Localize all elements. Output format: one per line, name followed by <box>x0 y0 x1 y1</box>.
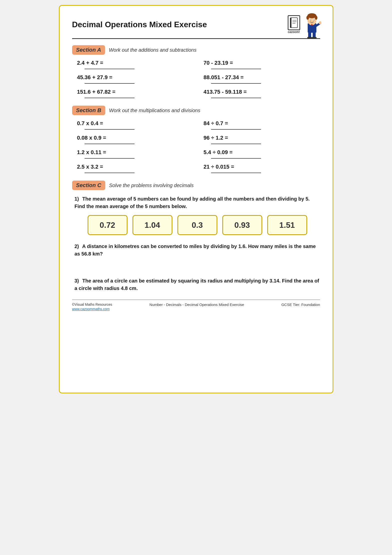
q-b3-text: 1.2 x 0.11 = <box>77 149 194 156</box>
section-b-q2: 0.08 x 0.9 = <box>77 135 194 144</box>
section-a-q2: 45.36 + 27.9 = <box>77 74 194 84</box>
number-box-4: 0.93 <box>222 215 262 235</box>
q-c2-text: A distance in kilometres can be converte… <box>75 244 316 257</box>
section-a-questions: 2.4 + 4.7 = 70 - 23.19 = 45.36 + 27.9 = … <box>72 60 320 101</box>
section-c-content: 1) The mean average of 5 numbers can be … <box>72 195 320 292</box>
section-b-q4: 2.5 x 3.2 = <box>77 164 194 173</box>
footer-tier: GCSE Tier: Foundation <box>281 302 320 307</box>
footer-website: www.cazoommaths.com <box>72 307 112 311</box>
cazoom-text: cazoom! <box>288 30 300 34</box>
svg-point-12 <box>310 20 311 20</box>
section-c-instruction: Solve the problems involving decimals <box>109 183 194 188</box>
page-footer: ©Visual Maths Resources www.cazoommaths.… <box>72 299 320 311</box>
q-a4-line <box>211 69 261 69</box>
cazoom-logo: cazoom! <box>288 15 300 34</box>
svg-rect-0 <box>290 18 297 28</box>
svg-point-8 <box>306 16 309 20</box>
section-a-instruction: Work out the additions and subtractions <box>109 47 196 53</box>
section-b-q7: 5.4 ÷ 0.09 = <box>204 149 320 159</box>
q-c3-text: The area of a circle can be estimated by… <box>75 278 319 291</box>
section-b-q1: 0.7 x 0.4 = <box>77 120 194 130</box>
section-c-q3: 3) The area of a circle can be estimated… <box>75 277 320 292</box>
q-a6-text: 413.75 - 59.118 = <box>204 89 320 95</box>
section-c: Section C Solve the problems involving d… <box>72 181 320 292</box>
number-box-3: 0.3 <box>177 215 217 235</box>
page-title: Decimal Operations Mixed Exercise <box>72 20 207 29</box>
q-b8-text: 21 ÷ 0.015 = <box>204 164 320 170</box>
q-b7-text: 5.4 ÷ 0.09 = <box>204 149 320 156</box>
section-b-q6: 96 ÷ 1.2 = <box>204 135 320 144</box>
q-c1-text: The mean average of 5 numbers can be fou… <box>75 196 310 209</box>
section-b-q5: 84 ÷ 0.7 = <box>204 120 320 130</box>
section-b-q8: 21 ÷ 0.015 = <box>204 164 320 173</box>
number-box-5: 1.51 <box>267 215 307 235</box>
section-c-badge: Section C <box>72 181 105 190</box>
svg-point-9 <box>315 16 317 20</box>
footer-left: ©Visual Maths Resources www.cazoommaths.… <box>72 302 112 311</box>
cazoom-icon <box>288 15 300 30</box>
mascot-character <box>303 13 320 36</box>
q-b7-line <box>211 158 261 159</box>
q-b5-line <box>211 129 261 130</box>
section-b-instruction: Work out the multiplications and divisio… <box>109 108 200 113</box>
q-a5-line <box>211 83 261 84</box>
q-b3-line <box>85 158 134 159</box>
section-a-badge: Section A <box>72 45 105 55</box>
q-a1-line <box>85 69 134 69</box>
section-a-q6: 413.75 - 59.118 = <box>204 89 320 98</box>
q-b8-line <box>211 173 261 173</box>
q-a3-text: 151.6 + 67.82 = <box>77 89 194 95</box>
page-header: Decimal Operations Mixed Exercise cazoom… <box>72 13 320 39</box>
section-b-badge: Section B <box>72 106 105 115</box>
footer-center: Number - Decimals - Decimal Operations M… <box>149 302 244 307</box>
q-c3-number: 3) <box>75 278 79 283</box>
svg-point-20 <box>312 37 317 38</box>
footer-copyright: ©Visual Maths Resources <box>72 302 112 306</box>
q-b1-text: 0.7 x 0.4 = <box>77 120 194 127</box>
section-a-q5: 88.051 - 27.34 = <box>204 74 320 84</box>
number-box-2: 1.04 <box>132 215 172 235</box>
q-b2-text: 0.08 x 0.9 = <box>77 135 194 141</box>
q-b1-line <box>85 129 134 130</box>
svg-point-19 <box>307 37 312 38</box>
q-a6-line <box>211 98 261 98</box>
q-c1-number: 1) <box>75 196 79 202</box>
q-a1-text: 2.4 + 4.7 = <box>77 60 194 66</box>
section-b-header: Section B Work out the multiplications a… <box>72 106 320 115</box>
worksheet-page: Decimal Operations Mixed Exercise cazoom… <box>59 5 333 393</box>
section-b-questions: 0.7 x 0.4 = 84 ÷ 0.7 = 0.08 x 0.9 = 96 ÷… <box>72 120 320 176</box>
section-c-q2: 2) A distance in kilometres can be conve… <box>75 243 320 258</box>
section-a: Section A Work out the additions and sub… <box>72 45 320 101</box>
section-a-q4: 70 - 23.19 = <box>204 60 320 69</box>
section-a-q1: 2.4 + 4.7 = <box>77 60 194 69</box>
svg-rect-1 <box>290 18 291 28</box>
section-c-q1: 1) The mean average of 5 numbers can be … <box>75 195 320 210</box>
section-a-q3: 151.6 + 67.82 = <box>77 89 194 98</box>
number-box-1: 0.72 <box>88 215 128 235</box>
q-c2-number: 2) <box>75 244 79 249</box>
q-b4-line <box>85 173 134 173</box>
section-b-q3: 1.2 x 0.11 = <box>77 149 194 159</box>
q-a5-text: 88.051 - 27.34 = <box>204 74 320 81</box>
section-c-header: Section C Solve the problems involving d… <box>72 181 320 190</box>
svg-point-13 <box>313 20 314 20</box>
q-c2-answer-space <box>75 262 320 277</box>
q-a2-line <box>85 83 134 84</box>
q-a2-text: 45.36 + 27.9 = <box>77 74 194 81</box>
q-b2-line <box>85 144 134 144</box>
q-a4-text: 70 - 23.19 = <box>204 60 320 66</box>
q-b4-text: 2.5 x 3.2 = <box>77 164 194 170</box>
q-b6-text: 96 ÷ 1.2 = <box>204 135 320 141</box>
section-b: Section B Work out the multiplications a… <box>72 106 320 176</box>
q-b5-text: 84 ÷ 0.7 = <box>204 120 320 127</box>
q-a3-line <box>85 98 134 98</box>
q-b6-line <box>211 144 261 144</box>
number-boxes-row: 0.72 1.04 0.3 0.93 1.51 <box>75 215 320 235</box>
header-right: cazoom! <box>288 13 320 36</box>
section-a-header: Section A Work out the additions and sub… <box>72 45 320 55</box>
